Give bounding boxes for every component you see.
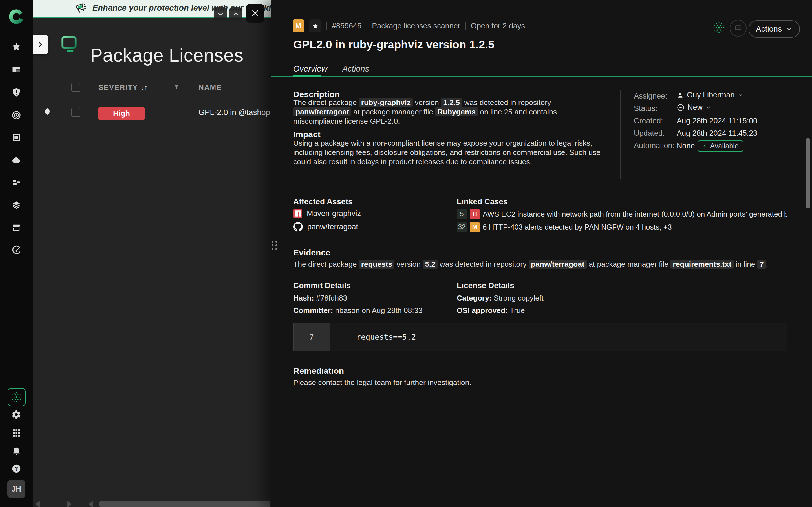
divider [326,22,327,30]
tab-overview[interactable]: Overview [293,64,327,73]
divider [465,22,466,30]
close-icon [251,9,259,17]
vertical-scrollbar-thumb[interactable] [806,138,810,209]
linked-cases-heading: Linked Cases [457,197,508,206]
dots-spiral-icon [10,391,23,403]
status-new-icon [677,104,684,112]
sidebar-item-dashboards[interactable] [11,64,21,75]
column-divider [87,79,87,95]
star-icon [312,22,319,29]
banner-collapse-button[interactable] [214,7,227,21]
sidebar-item-apps[interactable] [11,428,21,438]
automation-available-badge[interactable]: Available [698,140,743,152]
bell-icon [11,446,21,456]
scroll-left-icon[interactable] [36,501,40,507]
sidebar-item-layers[interactable] [11,200,21,210]
svg-text:?: ? [15,466,18,472]
asset-item[interactable]: Maven-graphviz [293,209,361,218]
sidebar-item-settings[interactable] [11,409,21,420]
asset-name: Maven-graphviz [307,209,361,218]
page-logo [60,34,78,55]
panel-resize-handle[interactable] [272,241,277,250]
affected-assets-heading: Affected Assets [293,197,353,206]
status-value[interactable]: New [677,103,711,112]
github-icon [293,222,303,231]
table-header: SEVERITY ↓↑ NAME [33,76,271,98]
evidence-heading: Evidence [293,248,331,258]
lightning-icon [702,144,708,149]
assignee-label: Assignee: [634,92,667,101]
comments-button[interactable] [730,20,747,37]
layers-icon [11,200,21,210]
scroll-start-icon[interactable] [89,501,93,507]
scroll-right-icon[interactable] [67,501,71,507]
license-osi: OSI approved: True [457,306,525,315]
sidebar-item-assets[interactable] [11,178,21,188]
sidebar-item-threat-intel[interactable] [11,110,21,120]
sidebar-item-incidents[interactable] [11,87,21,98]
avatar[interactable]: JH [7,480,26,498]
sort-icon[interactable]: ↓↑ [140,83,148,92]
sidebar-item-favorites[interactable] [11,42,21,52]
highlight-token: ruby-graphviz [359,98,413,107]
automation-label: Automation: [634,142,674,150]
linked-case-row[interactable]: 32 M 6 HTTP-403 alerts detected by PAN N… [457,222,672,232]
impact-text: Using a package with a non-compliant lic… [293,138,609,166]
sidebar-item-marketplace[interactable] [11,223,21,233]
expand-panel-button[interactable] [33,35,48,54]
case-age: Open for 2 days [471,22,525,31]
asset-item[interactable]: panw/terragoat [293,222,358,231]
updated-label: Updated: [634,129,665,138]
commit-committer: Committer: nbason on Aug 28th 08:33 [293,306,422,315]
select-all-checkbox[interactable] [71,83,80,92]
code-snippet: 7 requests==5.2 [293,323,787,351]
sidebar-item-help[interactable]: ? [11,464,21,474]
actions-button[interactable]: Actions [749,20,800,38]
code-content[interactable]: requests==5.2 [329,323,787,351]
automation-none: None [677,142,695,151]
updated-value: Aug 28th 2024 11:45:23 [677,129,757,138]
name-column-header[interactable]: NAME [199,83,222,92]
highlight-token: 7 [757,260,766,269]
sidebar-item-reports[interactable] [11,132,21,143]
banner-close-button[interactable] [246,4,264,22]
assignee-value[interactable]: Guy Liberman [677,91,743,100]
brand-logo[interactable] [8,8,24,25]
license-details-heading: License Details [457,281,514,290]
sidebar-item-cloud[interactable] [11,155,21,165]
filter-funnel-icon[interactable] [173,84,180,91]
chevron-down-icon [738,93,743,98]
blocks-icon [11,178,21,188]
linked-case-text: AWS EC2 instance with network path from … [483,210,787,219]
chevron-up-icon [232,10,240,18]
case-scanner: Package licenses scanner [372,22,460,31]
sidebar-item-notifications[interactable] [11,446,21,456]
horizontal-scrollbar-thumb[interactable] [99,501,270,507]
highlight-token: 1.2.5 [441,98,462,107]
row-name[interactable]: GPL-2.0 in @tashop/ [199,108,270,117]
tabs-underline [271,76,812,77]
actions-button-label: Actions [756,24,782,34]
help-icon: ? [11,464,21,474]
sidebar-item-active-module[interactable] [8,388,26,406]
automation-value: None Available [677,140,743,152]
row-checkbox[interactable] [71,108,80,117]
case-count-badge: 32 [457,222,467,232]
linked-case-row[interactable]: 5 H AWS EC2 instance with network path f… [457,209,787,219]
favorite-star-button[interactable] [309,19,321,33]
case-title: GPL2.0 in ruby-graphviz version 1.2.5 [293,38,495,51]
sidebar-item-performance[interactable] [11,245,21,255]
case-detail-panel: M #859645 Package licenses scanner Open … [271,0,812,507]
highlight-token: requirements.txt [670,260,733,269]
module-indicator[interactable] [712,21,726,34]
banner-expand-button[interactable] [229,7,243,21]
table-row[interactable]: High GPL-2.0 in @tashop/ [33,98,271,126]
chevron-down-icon [786,25,793,33]
severity-column-header[interactable]: SEVERITY ↓↑ [98,83,148,92]
severity-medium-badge: M [293,19,304,33]
created-label: Created: [634,117,663,125]
megaphone-icon [74,2,87,15]
assignee-name: Guy Liberman [687,91,735,100]
highlight-token: panw/terragoat [293,107,351,116]
tab-actions[interactable]: Actions [342,64,369,73]
